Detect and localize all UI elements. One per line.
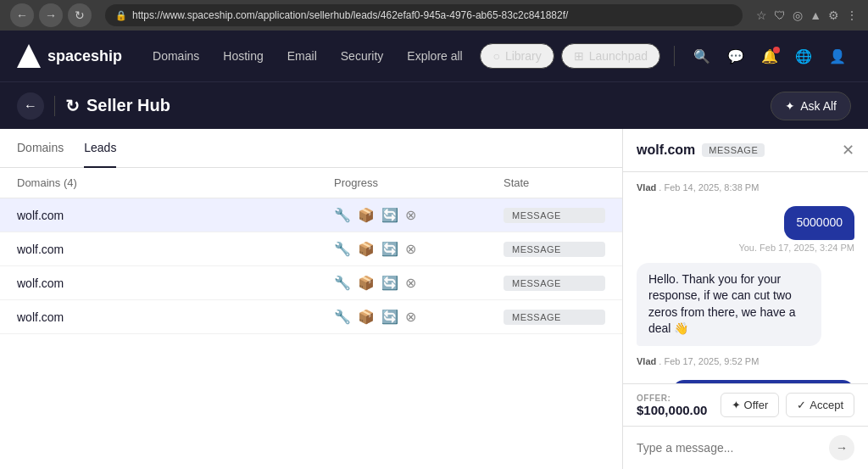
offer-button[interactable]: ✦ Offer	[721, 393, 780, 417]
message-time-value: Feb 14, 2025, 8:38 PM	[664, 182, 759, 193]
col-state: State	[504, 176, 605, 189]
nav-actions: ○ Library ⊞ Launchpad 🔍 💬 🔔 🌐 👤	[480, 43, 851, 70]
url-bar[interactable]: 🔒 https://www.spaceship.com/application/…	[105, 4, 743, 26]
tab-domains[interactable]: Domains	[17, 129, 64, 168]
box-icon: 📦	[358, 309, 375, 325]
seller-hub-icon: ↻	[65, 96, 80, 116]
domain-name: wolf.com	[17, 209, 334, 222]
tool-icon: 🔧	[334, 241, 351, 257]
logo[interactable]: spaceship	[17, 44, 122, 68]
launchpad-button[interactable]: ⊞ Launchpad	[561, 43, 660, 69]
cancel-icon: ⊗	[405, 275, 416, 291]
sub-header-divider	[54, 96, 55, 116]
progress-icons: 🔧 📦 🔄 ⊗	[334, 207, 504, 223]
state-badge: MESSAGE	[504, 208, 605, 223]
extension-icon-2[interactable]: ◎	[793, 8, 803, 22]
message-author: Vlad	[637, 182, 656, 193]
browser-actions: ☆ 🛡 ◎ ▲ ⚙ ⋮	[756, 8, 858, 22]
message-meta: Vlad . Feb 17, 2025, 9:52 PM	[637, 356, 759, 366]
refresh-icon: 🔄	[381, 309, 398, 325]
domain-name: wolf.com	[17, 310, 334, 324]
progress-icons: 🔧 📦 🔄 ⊗	[334, 275, 504, 291]
browser-chrome: ← → ↻ 🔒 https://www.spaceship.com/applic…	[0, 0, 868, 31]
table-container: Domains (4) Progress State wolf.com 🔧 📦 …	[0, 168, 622, 334]
offer-amount-section: OFFER: $100,000.00	[637, 394, 714, 417]
search-button[interactable]: 🔍	[688, 43, 715, 70]
alf-icon: ✦	[785, 99, 795, 113]
forward-button[interactable]: →	[39, 3, 63, 27]
accept-icon: ✓	[797, 399, 806, 411]
tab-leads[interactable]: Leads	[84, 129, 116, 168]
logo-text: spaceship	[47, 47, 122, 65]
state-badge: MESSAGE	[504, 242, 605, 257]
domain-name: wolf.com	[17, 243, 334, 256]
ask-alf-button[interactable]: ✦ Ask Alf	[771, 92, 851, 120]
message-group: Vlad . Feb 14, 2025, 8:38 PM	[637, 182, 854, 196]
launchpad-label: Launchpad	[589, 49, 648, 63]
col-domains: Domains (4)	[17, 176, 334, 189]
table-row[interactable]: wolf.com 🔧 📦 🔄 ⊗ MESSAGE	[0, 266, 622, 300]
box-icon: 📦	[358, 241, 375, 257]
lock-icon: 🔒	[115, 10, 127, 21]
logo-icon	[17, 44, 41, 68]
profile-button[interactable]: 👤	[824, 43, 851, 70]
refresh-icon: 🔄	[381, 241, 398, 257]
tool-icon: 🔧	[334, 207, 351, 223]
cancel-icon: ⊗	[405, 309, 416, 325]
library-label: Library	[505, 49, 542, 63]
ask-alf-label: Ask Alf	[800, 99, 837, 113]
page-title-text: Seller Hub	[86, 96, 170, 115]
message-author: Vlad	[637, 356, 656, 366]
table-row[interactable]: wolf.com 🔧 📦 🔄 ⊗ MESSAGE	[0, 198, 622, 232]
nav-explore-all[interactable]: Explore all	[397, 42, 472, 70]
back-button[interactable]: ←	[17, 92, 44, 120]
col-progress: Progress	[334, 176, 504, 189]
table-row[interactable]: wolf.com 🔧 📦 🔄 ⊗ MESSAGE	[0, 300, 622, 334]
table-row[interactable]: wolf.com 🔧 📦 🔄 ⊗ MESSAGE	[0, 232, 622, 266]
offer-btn-label: Offer	[744, 399, 769, 411]
chat-message-input[interactable]	[637, 441, 822, 455]
message-group-sent-1: 5000000 You. Feb 17, 2025, 3:24 PM	[637, 206, 854, 253]
extension-icon-3[interactable]: ▲	[810, 8, 821, 22]
progress-icons: 🔧 📦 🔄 ⊗	[334, 241, 504, 257]
bookmark-icon[interactable]: ☆	[756, 8, 767, 22]
url-text: https://www.spaceship.com/application/se…	[132, 9, 568, 21]
message-group-received-1: Hello. Thank you for your response, if w…	[637, 263, 854, 346]
cancel-icon: ⊗	[405, 241, 416, 257]
state-badge: MESSAGE	[504, 310, 605, 325]
accept-button[interactable]: ✓ Accept	[786, 393, 854, 417]
extension-icon-1[interactable]: 🛡	[774, 8, 786, 22]
menu-icon[interactable]: ⋮	[846, 8, 858, 22]
nav-security[interactable]: Security	[331, 42, 394, 70]
nav-email[interactable]: Email	[277, 42, 327, 70]
chat-header: wolf.com MESSAGE ✕	[623, 129, 868, 172]
offer-value: $100,000.00	[637, 403, 714, 417]
chat-input-bar: →	[623, 426, 868, 469]
chat-close-button[interactable]: ✕	[842, 141, 854, 159]
progress-icons: 🔧 📦 🔄 ⊗	[334, 309, 504, 325]
globe-button[interactable]: 🌐	[790, 43, 817, 70]
offer-label: OFFER:	[637, 394, 714, 403]
nav-domains[interactable]: Domains	[142, 42, 209, 70]
tool-icon: 🔧	[334, 275, 351, 291]
back-button[interactable]: ←	[10, 3, 34, 27]
tabs: Domains Leads	[0, 129, 622, 168]
nav-links: Domains Hosting Email Security Explore a…	[142, 42, 480, 70]
cancel-icon: ⊗	[405, 207, 416, 223]
message-time: You. Feb 17, 2025, 3:24 PM	[738, 243, 854, 253]
nav-hosting[interactable]: Hosting	[213, 42, 273, 70]
refresh-button[interactable]: ↻	[68, 3, 92, 27]
library-button[interactable]: ○ Library	[480, 43, 554, 69]
notification-button[interactable]: 🔔	[756, 43, 783, 70]
nav-divider	[674, 46, 675, 66]
box-icon: 📦	[358, 207, 375, 223]
chat-offer-bar: OFFER: $100,000.00 ✦ Offer ✓ Accept	[623, 383, 868, 426]
domain-name: wolf.com	[17, 276, 334, 290]
message-button[interactable]: 💬	[722, 43, 749, 70]
send-button[interactable]: →	[829, 435, 854, 461]
main-layout: Domains Leads Domains (4) Progress State…	[0, 129, 868, 469]
page-title: ↻ Seller Hub	[65, 96, 170, 116]
extension-icon-4[interactable]: ⚙	[828, 8, 839, 22]
tool-icon: 🔧	[334, 309, 351, 325]
chat-messages: Vlad . Feb 14, 2025, 8:38 PM 5000000 You…	[623, 172, 868, 383]
